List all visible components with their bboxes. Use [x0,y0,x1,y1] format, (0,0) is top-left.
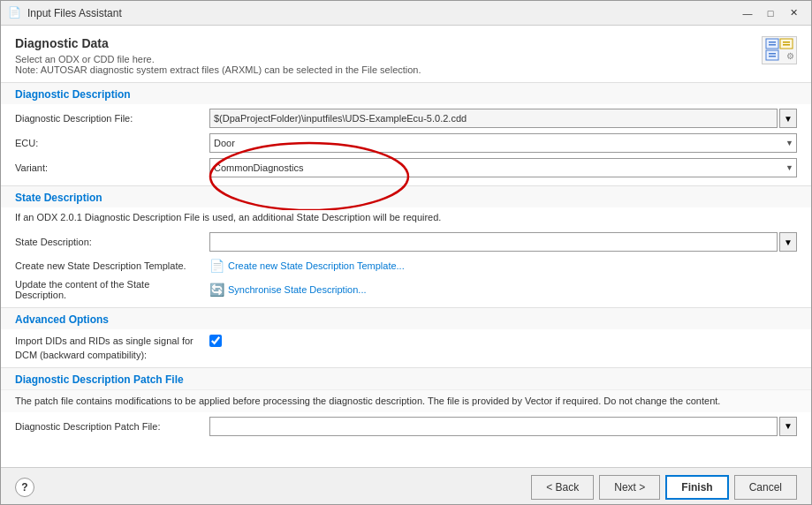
file-row: Diagnostic Description File: ▼ [15,108,797,129]
finish-button[interactable]: Finish [665,475,728,500]
scroll-content: Diagnostic Description Diagnostic Descri… [1,83,811,467]
import-checkbox[interactable] [209,335,222,347]
state-description-header: State Description [1,186,811,207]
browse-button[interactable]: ▼ [779,109,797,128]
page-title: Diagnostic Data [15,36,421,50]
import-label: Import DIDs and RIDs as single signal fo… [15,335,209,362]
footer: ? < Back Next > Finish Cancel [1,467,811,505]
ecu-label: ECU: [15,138,209,148]
window-controls: — □ ✕ [737,4,804,22]
main-container: Diagnostic Data Select an ODX or CDD fil… [1,26,811,505]
next-button[interactable]: Next > [599,475,660,500]
advanced-options-header: Advanced Options [1,308,811,329]
svg-rect-1 [769,41,776,43]
variant-select-wrapper: CommonDiagnostics ▼ [209,158,797,177]
synchronise-label: Update the content of the State Descript… [15,279,209,300]
file-input[interactable] [209,109,778,128]
help-button[interactable]: ? [15,478,34,497]
state-desc-label: State Description: [15,237,209,247]
patch-file-header: Diagnostic Description Patch File [1,368,811,389]
create-template-row: Create new State Description Template. 📄… [15,256,797,275]
maximize-button[interactable]: □ [760,4,781,22]
footer-left: ? [15,478,34,497]
patch-file-row: Diagnostic Description Patch File: ▼ [15,416,797,437]
ecu-select[interactable]: Door [209,133,797,153]
file-input-wrapper [209,109,778,128]
create-link-wrapper: 📄 Create new State Description Template.… [209,259,405,273]
titlebar-title: Input Files Assistant [27,7,737,19]
patch-info-text: The patch file contains modifications to… [1,389,811,412]
variant-row: Variant: CommonDiagnostics ▼ [15,157,797,178]
synchronise-link[interactable]: Synchronise State Description... [228,284,367,295]
app-icon: 📄 [8,6,22,20]
svg-rect-2 [769,44,776,46]
patch-file-label: Diagnostic Description Patch File: [15,421,209,432]
ecu-select-wrapper: Door ▼ [209,133,797,153]
header-area: Diagnostic Data Select an ODX or CDD fil… [1,26,811,83]
patch-file-input[interactable] [209,417,778,436]
file-label: Diagnostic Description File: [15,113,209,124]
state-description-form: State Description: ▼ Create new State De… [1,228,811,307]
close-button[interactable]: ✕ [783,4,804,22]
sync-icon: 🔄 [209,283,224,297]
back-button[interactable]: < Back [531,475,594,500]
svg-rect-5 [783,44,790,46]
header-text: Diagnostic Data Select an ODX or CDD fil… [15,36,421,75]
ecu-row: ECU: Door ▼ [15,132,797,154]
patch-file-form: Diagnostic Description Patch File: ▼ [1,412,811,444]
create-template-label: Create new State Description Template. [15,260,209,271]
import-checkbox-wrapper [209,335,222,347]
synchronise-row: Update the content of the State Descript… [15,279,797,300]
header-line2: Note: AUTOSAR diagnostic system extract … [15,64,421,75]
patch-browse-button[interactable]: ▼ [779,417,797,436]
variant-select[interactable]: CommonDiagnostics [209,158,797,177]
svg-rect-3 [780,39,793,49]
footer-right: < Back Next > Finish Cancel [531,475,797,500]
svg-rect-8 [769,56,776,57]
state-desc-input[interactable] [209,232,778,252]
create-template-link[interactable]: Create new State Description Template... [228,260,405,271]
svg-rect-4 [783,41,790,43]
svg-rect-6 [766,50,778,60]
svg-rect-0 [766,39,778,49]
variant-label: Variant: [15,162,209,173]
cancel-button[interactable]: Cancel [734,475,797,500]
create-file-icon: 📄 [209,259,224,273]
wizard-icon: ⚙ [762,36,797,64]
import-checkbox-row: Import DIDs and RIDs as single signal fo… [1,329,811,367]
state-browse-button[interactable]: ▼ [779,232,797,252]
svg-text:⚙: ⚙ [786,51,793,61]
minimize-button[interactable]: — [737,4,758,22]
svg-rect-7 [769,53,776,55]
state-description-info: If an ODX 2.0.1 Diagnostic Description F… [1,207,811,228]
state-desc-row: State Description: ▼ [15,231,797,253]
titlebar: 📄 Input Files Assistant — □ ✕ [1,1,811,26]
diagnostic-description-header: Diagnostic Description [1,83,811,104]
diagnostic-description-form: Diagnostic Description File: ▼ ECU: Door… [1,104,811,185]
header-line1: Select an ODX or CDD file here. [15,54,421,64]
synchronise-link-wrapper: 🔄 Synchronise State Description... [209,283,367,297]
